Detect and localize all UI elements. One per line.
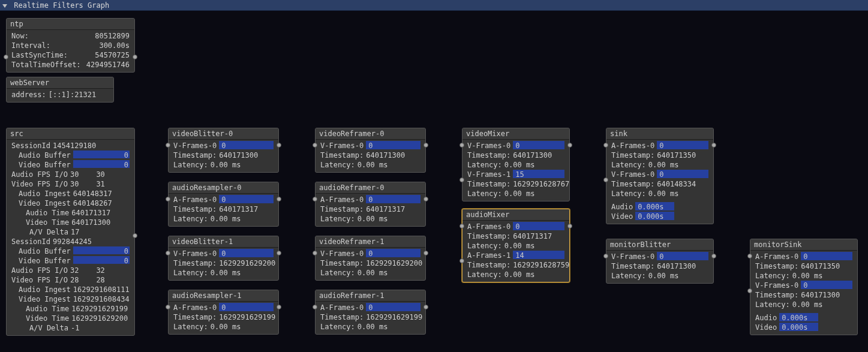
node-audioreframer-0[interactable]: audioReframer-0 A-Frames-00 Timestamp: 6…	[315, 182, 426, 227]
port[interactable]	[277, 143, 281, 148]
node-audiomixer[interactable]: audioMixer A-Frames-00 Timestamp: 640171…	[462, 209, 570, 282]
node-videoblitter-0[interactable]: videoBlitter-0 V-Frames-00 Timestamp: 64…	[168, 128, 279, 173]
node-audioreframer-1[interactable]: audioReframer-1 A-Frames-00 Timestamp: 1…	[315, 290, 426, 335]
port[interactable]	[424, 197, 428, 201]
port[interactable]	[166, 197, 170, 201]
port[interactable]	[277, 305, 281, 309]
port[interactable]	[603, 143, 608, 148]
node-videoblitter-1[interactable]: videoBlitter-1 V-Frames-00 Timestamp: 16…	[168, 236, 279, 281]
port[interactable]	[424, 143, 428, 148]
port[interactable]	[567, 224, 572, 228]
port[interactable]	[567, 143, 572, 148]
node-ntp[interactable]: ntp Now:80512899 Interval:300.00s LastSy…	[6, 18, 135, 73]
video-buffer-bar: 0	[73, 160, 130, 168]
graph-canvas[interactable]: ntp Now:80512899 Interval:300.00s LastSy…	[0, 11, 868, 352]
port[interactable]	[313, 197, 317, 201]
port[interactable]	[4, 55, 8, 59]
node-webserver[interactable]: webServer address:[::1]:21321	[6, 77, 114, 103]
port[interactable]	[313, 143, 317, 148]
node-videoreframer-1[interactable]: videoReframer-1 V-Frames-00 Timestamp: 1…	[315, 236, 426, 281]
collapse-icon[interactable]	[2, 4, 7, 8]
node-monitorsink[interactable]: monitorSink A-Frames-00 Timestamp: 64017…	[750, 239, 858, 335]
port[interactable]	[166, 305, 170, 309]
port[interactable]	[603, 177, 608, 182]
port[interactable]	[277, 251, 281, 255]
node-audioresampler-1[interactable]: audioResampler-1 A-Frames-00 Timestamp: …	[168, 290, 279, 335]
audio-buffer-bar: 0	[73, 246, 130, 254]
node-audioresampler-0[interactable]: audioResampler-0 A-Frames-00 Timestamp: …	[168, 182, 279, 227]
port[interactable]	[459, 177, 464, 182]
audio-buffer-bar: 0	[73, 151, 130, 158]
port[interactable]	[747, 254, 752, 258]
node-videomixer[interactable]: videoMixer V-Frames-00 Timestamp: 640171…	[462, 128, 570, 201]
port[interactable]	[313, 305, 317, 309]
port[interactable]	[133, 55, 137, 59]
node-monitorblitter[interactable]: monitorBlitter V-Frames-00 Timestamp: 64…	[606, 239, 714, 284]
port[interactable]	[711, 254, 716, 258]
port[interactable]	[166, 143, 170, 148]
port[interactable]	[747, 288, 752, 293]
window-title: Realtime Filters Graph	[14, 1, 109, 10]
port[interactable]	[711, 143, 716, 148]
node-ntp-header[interactable]: ntp	[7, 19, 134, 30]
node-src-header[interactable]: src	[7, 128, 134, 140]
port[interactable]	[313, 251, 317, 255]
port[interactable]	[166, 251, 170, 255]
port[interactable]	[459, 258, 464, 263]
video-buffer-bar: 0	[73, 256, 130, 264]
port[interactable]	[424, 251, 428, 255]
window-titlebar[interactable]: Realtime Filters Graph	[0, 0, 868, 11]
port[interactable]	[277, 197, 281, 201]
port[interactable]	[459, 143, 464, 148]
node-videoreframer-0[interactable]: videoReframer-0 V-Frames-00 Timestamp: 6…	[315, 128, 426, 173]
port[interactable]	[424, 305, 428, 309]
port[interactable]	[459, 224, 464, 228]
node-sink[interactable]: sink A-Frames-00 Timestamp: 640171350 La…	[606, 128, 714, 224]
node-src[interactable]: src SessionId 1454129180 Audio Buffer0 V…	[6, 128, 135, 336]
port[interactable]	[603, 254, 608, 258]
node-webserver-header[interactable]: webServer	[7, 77, 113, 89]
port[interactable]	[133, 233, 137, 238]
